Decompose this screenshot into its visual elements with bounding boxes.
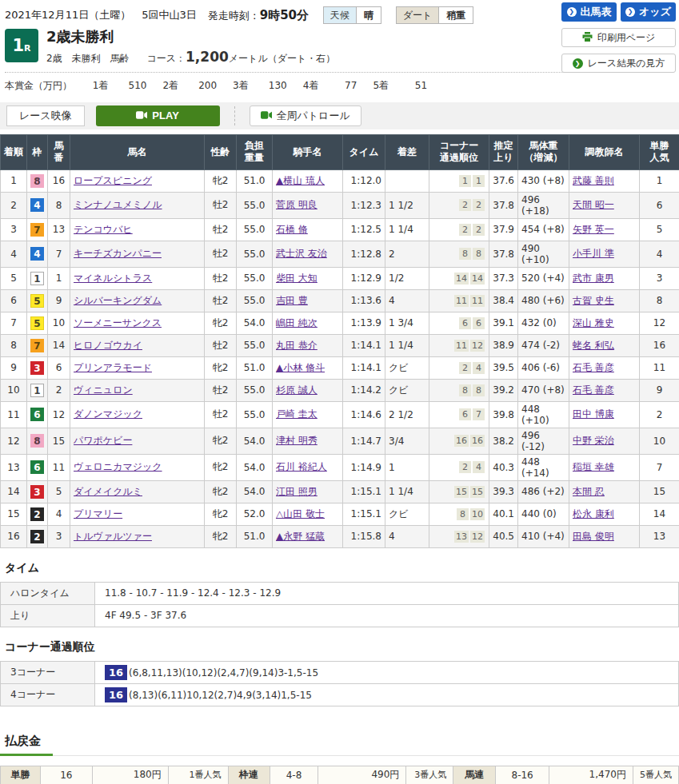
prize-list: 1着5102着2003着1304着775着51 bbox=[75, 80, 427, 91]
carried-weight: 54.0 bbox=[237, 454, 273, 480]
jockey-name-link[interactable]: ▲小林 脩斗 bbox=[276, 362, 325, 373]
jockey-name-link[interactable]: ▲横山 琉人 bbox=[276, 175, 325, 186]
trainer-name-link[interactable]: 中野 栄治 bbox=[573, 435, 614, 446]
track-value: 稍重 bbox=[439, 7, 473, 23]
prize-amount: 130 bbox=[249, 80, 287, 91]
trainer-name-link[interactable]: 小手川 準 bbox=[573, 248, 614, 259]
finish-position: 8 bbox=[1, 334, 27, 356]
column-header: 馬体重 （増減） bbox=[518, 134, 569, 169]
play-button[interactable]: PLAY bbox=[96, 105, 220, 126]
frame-cell: 6 bbox=[27, 454, 48, 480]
horse-name-link[interactable]: ダイメイクルミ bbox=[74, 486, 142, 497]
horse-name-link[interactable]: ソーメニーサンクス bbox=[74, 317, 162, 328]
trainer-name-link[interactable]: 蛯名 利弘 bbox=[573, 340, 614, 351]
trainer-name-link[interactable]: 古賀 史生 bbox=[573, 295, 614, 306]
result-guide-button[interactable]: ❯ レース結果の見方 bbox=[561, 54, 676, 73]
result-row: 936プリンアラモード牝251.0▲小林 脩斗1:14.1クビ2439.5406… bbox=[1, 356, 679, 379]
chevron-right-circle-icon: ❯ bbox=[573, 58, 583, 69]
horse-name-link[interactable]: プリンアラモード bbox=[74, 362, 152, 373]
horse-name-link[interactable]: トルヴァルツァー bbox=[74, 531, 152, 542]
win-favorite-rank: 1 bbox=[640, 169, 679, 192]
column-header: タイム bbox=[343, 134, 385, 169]
odds-button[interactable]: ❯ オッズ bbox=[621, 2, 676, 22]
jockey-name-link[interactable]: 津村 明秀 bbox=[276, 435, 318, 446]
corner-position-chip: 8 bbox=[459, 248, 471, 260]
corner-position-chip: 15 bbox=[454, 486, 469, 498]
horse-name-link[interactable]: ダノンマジック bbox=[74, 408, 142, 420]
trainer-name-link[interactable]: 天間 昭一 bbox=[573, 199, 614, 210]
column-header: 着差 bbox=[385, 134, 429, 169]
jockey-name-link[interactable]: 武士沢 友治 bbox=[276, 248, 327, 259]
horse-name-link[interactable]: ミンナノユメミノル bbox=[74, 199, 162, 210]
payout-combination: 4-8 bbox=[270, 766, 318, 784]
frame-number-chip: 1 bbox=[30, 384, 44, 397]
corner-row: 4コーナー16(8,13)(6,11)10,12(2,7)4,9(3,14)1,… bbox=[1, 683, 679, 706]
carried-weight: 55.0 bbox=[237, 379, 273, 401]
jockey-cell: 吉田 豊 bbox=[273, 289, 343, 312]
time-section-title: タイム bbox=[5, 561, 679, 575]
sex-age: 牝2 bbox=[205, 480, 237, 503]
horse-name-link[interactable]: ロープスピニング bbox=[74, 175, 152, 186]
horse-name-link[interactable]: ヒロノゴウカイ bbox=[74, 340, 142, 351]
jockey-name-link[interactable]: ▲永野 猛蔵 bbox=[276, 531, 325, 542]
horse-name-link[interactable]: マイネルシトラス bbox=[74, 273, 152, 284]
horse-name-link[interactable]: ヴィニュロン bbox=[74, 384, 133, 396]
frame-number-chip: 4 bbox=[30, 198, 44, 212]
race-conditions-line: 2歳 未勝利 馬齢 コース：1,200メートル（ダート・右） bbox=[46, 49, 335, 66]
jockey-name-link[interactable]: 石川 裕紀人 bbox=[276, 461, 327, 472]
prize-place: 2着 bbox=[162, 80, 178, 91]
sex-age: 牡2 bbox=[205, 379, 237, 401]
entries-button[interactable]: ❯ 出馬表 bbox=[561, 2, 617, 22]
corner-positions-cell: 1515 bbox=[429, 480, 489, 503]
result-guide-label: レース結果の見方 bbox=[588, 57, 665, 70]
jockey-name-link[interactable]: 杉原 誠人 bbox=[276, 384, 318, 396]
jockey-name-link[interactable]: 石橋 脩 bbox=[276, 224, 308, 235]
trainer-name-link[interactable]: 稲垣 幸雄 bbox=[573, 461, 614, 472]
jockey-name-link[interactable]: 柴田 大知 bbox=[276, 273, 318, 284]
corner-positions-cell: 1414 bbox=[429, 267, 489, 289]
trainer-cell: 石毛 善彦 bbox=[569, 379, 640, 401]
print-page-button[interactable]: 印刷用ページ bbox=[561, 28, 676, 47]
carried-weight: 54.0 bbox=[237, 428, 273, 454]
frame-cell: 4 bbox=[27, 192, 48, 218]
finish-position: 12 bbox=[1, 428, 27, 454]
jockey-name-link[interactable]: 丸田 恭介 bbox=[276, 340, 318, 351]
trainer-name-link[interactable]: 松永 康利 bbox=[573, 508, 614, 519]
horse-name-link[interactable]: パワポケビー bbox=[74, 435, 132, 446]
jockey-name-link[interactable]: 江田 照男 bbox=[276, 486, 318, 497]
trainer-name-link[interactable]: 武市 康男 bbox=[573, 273, 614, 284]
frame-cell: 8 bbox=[27, 428, 48, 454]
jockey-name-link[interactable]: 嶋田 純次 bbox=[276, 317, 318, 328]
prize-amount: 200 bbox=[178, 80, 217, 91]
sex-age: 牝2 bbox=[205, 356, 237, 379]
jockey-name-link[interactable]: 菅原 明良 bbox=[276, 199, 318, 210]
estimated-agari: 39.1 bbox=[489, 312, 518, 334]
result-row: 7510ソーメニーサンクス牝254.0嶋田 純次1:13.91 3/46639.… bbox=[1, 312, 679, 334]
race-number-badge: 1R bbox=[5, 29, 38, 62]
horse-name-link[interactable]: シルバーキングダム bbox=[74, 295, 162, 306]
result-row: 1435ダイメイクルミ牝254.0江田 照男1:15.11 1/4151539.… bbox=[1, 480, 679, 503]
result-row: 248ミンナノユメミノル牡255.0菅原 明良1:12.31 1/22237.8… bbox=[1, 192, 679, 218]
horse-name-link[interactable]: プリマリー bbox=[74, 508, 122, 519]
trainer-name-link[interactable]: 深山 雅史 bbox=[573, 317, 614, 328]
patrol-video-button[interactable]: 全周パトロール bbox=[250, 105, 361, 126]
horse-body-weight: 470 (+8) bbox=[518, 379, 569, 401]
frame-number-chip: 3 bbox=[30, 361, 44, 375]
horse-name-link[interactable]: キーチズカンパニー bbox=[74, 248, 162, 259]
trainer-cell: 小手川 準 bbox=[569, 241, 640, 267]
horse-name-link[interactable]: ヴェロニカマジック bbox=[74, 461, 162, 472]
trainer-name-link[interactable]: 田島 俊明 bbox=[573, 531, 614, 542]
jockey-name-link[interactable]: △山田 敬士 bbox=[276, 508, 325, 519]
results-body: 1816ロープスピニング牝251.0▲横山 琉人1:12.01137.6430 … bbox=[1, 169, 679, 547]
trainer-name-link[interactable]: 石毛 善彦 bbox=[573, 384, 614, 396]
trainer-name-link[interactable]: 矢野 英一 bbox=[573, 224, 614, 235]
trainer-name-link[interactable]: 武藤 善則 bbox=[573, 175, 614, 186]
trainer-name-link[interactable]: 田中 博康 bbox=[573, 408, 614, 420]
win-favorite-rank: 14 bbox=[640, 503, 679, 525]
jockey-name-link[interactable]: 戸崎 圭太 bbox=[276, 408, 318, 420]
corner-position-chip: 8 bbox=[473, 384, 485, 396]
trainer-name-link[interactable]: 本間 忍 bbox=[573, 486, 605, 497]
horse-name-link[interactable]: テンコウバヒ bbox=[74, 224, 133, 235]
trainer-name-link[interactable]: 石毛 善彦 bbox=[573, 362, 614, 373]
jockey-name-link[interactable]: 吉田 豊 bbox=[276, 295, 308, 306]
